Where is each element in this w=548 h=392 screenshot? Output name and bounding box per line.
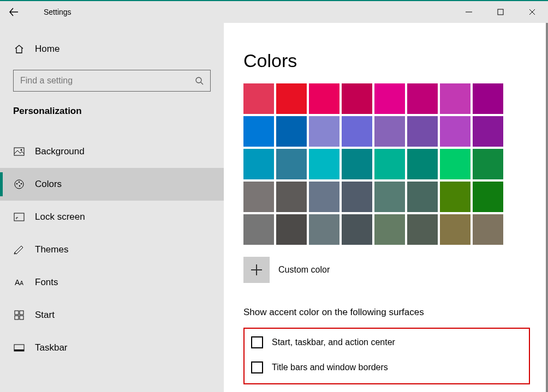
color-swatch[interactable]	[309, 116, 339, 147]
color-swatch[interactable]	[342, 83, 372, 114]
checkbox-icon	[251, 361, 263, 373]
color-swatch[interactable]	[243, 214, 274, 245]
start-icon	[13, 310, 25, 320]
color-swatch[interactable]	[440, 116, 470, 147]
color-swatch[interactable]	[407, 149, 438, 179]
scrollbar[interactable]	[546, 23, 548, 392]
color-swatch[interactable]	[276, 214, 307, 245]
home-label: Home	[35, 44, 59, 55]
highlight-box: Start, taskbar, and action center Title …	[243, 328, 530, 384]
section-title: Personalization	[0, 106, 224, 117]
color-swatch[interactable]	[243, 182, 274, 212]
nav-label: Colors	[35, 179, 62, 190]
nav-label: Themes	[35, 244, 68, 255]
checkbox-label: Start, taskbar, and action center	[272, 337, 395, 347]
taskbar-icon	[13, 344, 25, 352]
window-title: Settings	[44, 8, 72, 16]
svg-point-7	[21, 183, 22, 184]
color-swatch[interactable]	[473, 214, 503, 245]
nav-label: Background	[35, 146, 85, 157]
titlebar: Settings	[0, 1, 548, 23]
lock-screen-icon	[13, 213, 25, 221]
svg-point-5	[16, 183, 17, 184]
home-icon	[13, 44, 25, 55]
color-swatch[interactable]	[440, 83, 470, 114]
checkbox-title-bars[interactable]: Title bars and window borders	[251, 361, 522, 373]
nav-label: Fonts	[35, 277, 58, 288]
palette-icon	[13, 179, 25, 190]
color-swatch[interactable]	[309, 182, 339, 212]
svg-rect-15	[14, 349, 24, 351]
svg-rect-9	[14, 213, 24, 221]
color-swatch[interactable]	[342, 182, 372, 212]
nav-label: Taskbar	[35, 342, 68, 353]
minimize-icon	[466, 9, 472, 15]
color-swatch[interactable]	[374, 149, 405, 179]
maximize-icon	[497, 9, 504, 15]
plus-icon	[251, 264, 262, 275]
color-swatch[interactable]	[473, 116, 503, 147]
color-swatch[interactable]	[309, 214, 339, 245]
color-swatch[interactable]	[276, 149, 307, 179]
color-swatch[interactable]	[276, 83, 307, 114]
color-swatch[interactable]	[342, 116, 372, 147]
svg-point-4	[15, 180, 23, 189]
nav-fonts[interactable]: AA Fonts	[0, 266, 224, 299]
color-swatch[interactable]	[407, 182, 438, 212]
back-button[interactable]	[0, 1, 27, 23]
color-swatch[interactable]	[473, 83, 503, 114]
checkbox-icon	[251, 336, 263, 348]
nav-background[interactable]: Background	[0, 135, 224, 168]
color-swatch[interactable]	[374, 182, 405, 212]
nav-label: Start	[35, 310, 55, 321]
color-swatch[interactable]	[374, 116, 405, 147]
color-swatch[interactable]	[440, 149, 470, 179]
color-swatch[interactable]	[243, 149, 274, 179]
surfaces-heading: Show accent color on the following surfa…	[243, 307, 548, 318]
content-pane: Colors Custom color Show accent color on…	[224, 23, 548, 392]
search-input[interactable]	[20, 76, 195, 86]
svg-rect-2	[14, 148, 24, 155]
color-swatch[interactable]	[407, 214, 438, 245]
color-swatch[interactable]	[374, 83, 405, 114]
color-swatch[interactable]	[440, 182, 470, 212]
fonts-icon: AA	[13, 278, 25, 287]
svg-rect-10	[15, 311, 19, 315]
svg-rect-0	[498, 9, 503, 15]
search-icon	[195, 76, 204, 85]
svg-point-8	[19, 185, 20, 186]
color-swatch[interactable]	[440, 214, 470, 245]
home-link[interactable]: Home	[0, 38, 224, 60]
nav-taskbar[interactable]: Taskbar	[0, 331, 224, 364]
svg-point-6	[19, 182, 20, 183]
checkbox-start-taskbar[interactable]: Start, taskbar, and action center	[251, 336, 522, 348]
search-box[interactable]	[13, 70, 211, 92]
nav-lock-screen[interactable]: Lock screen	[0, 201, 224, 233]
close-button[interactable]	[516, 1, 548, 23]
color-swatch[interactable]	[276, 116, 307, 147]
window-controls	[453, 1, 548, 23]
nav-colors[interactable]: Colors	[0, 168, 224, 201]
svg-rect-13	[20, 316, 23, 319]
color-swatch[interactable]	[374, 214, 405, 245]
color-swatch[interactable]	[473, 182, 503, 212]
custom-color-row: Custom color	[243, 257, 548, 283]
color-swatch[interactable]	[342, 149, 372, 179]
color-swatch[interactable]	[407, 116, 438, 147]
custom-color-label: Custom color	[278, 265, 330, 275]
custom-color-button[interactable]	[243, 257, 270, 283]
color-swatch[interactable]	[243, 116, 274, 147]
color-swatch[interactable]	[473, 149, 503, 179]
maximize-button[interactable]	[485, 1, 516, 23]
nav-themes[interactable]: Themes	[0, 233, 224, 266]
sidebar: Home Personalization Background Colors L…	[0, 23, 224, 392]
color-swatch[interactable]	[342, 214, 372, 245]
color-swatch[interactable]	[309, 83, 339, 114]
color-swatch[interactable]	[243, 83, 274, 114]
nav-start[interactable]: Start	[0, 299, 224, 331]
minimize-button[interactable]	[453, 1, 485, 23]
svg-rect-12	[15, 316, 19, 319]
color-swatch[interactable]	[407, 83, 438, 114]
color-swatch[interactable]	[276, 182, 307, 212]
color-swatch[interactable]	[309, 149, 339, 179]
